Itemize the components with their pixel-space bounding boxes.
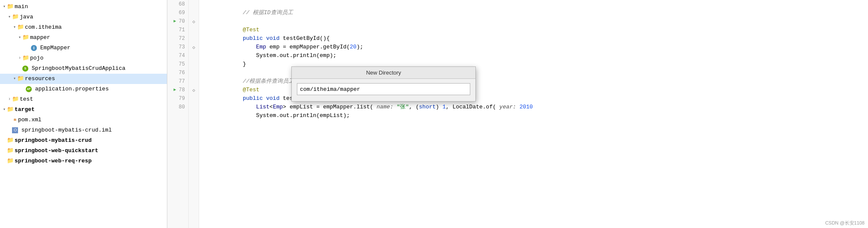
- folder-open-icon-com-itheima: 📁: [17, 24, 24, 31]
- new-directory-dialog: New Directory: [291, 66, 476, 102]
- breakpoint-indicator-70: ◇: [192, 19, 195, 24]
- code-line-69: [203, 9, 868, 17]
- dialog-title-bar: New Directory: [292, 67, 475, 79]
- line-80-text: System.out.println(empList);: [229, 112, 350, 119]
- line-num-72: 72: [167, 34, 188, 43]
- line-num-80: 80: [167, 103, 188, 111]
- line-num-77: 77: [167, 77, 188, 86]
- expand-arrow-pojo: ›: [17, 54, 22, 63]
- gutter-76: [189, 69, 199, 77]
- watermark: CSDN @长安1108: [825, 220, 865, 226]
- gutter-75: [189, 60, 199, 69]
- tree-item-java[interactable]: ▾ 📁 java: [0, 12, 167, 22]
- code-line-68: // 根据ID查询员工: [203, 0, 868, 9]
- gutter-77: [189, 77, 199, 86]
- gutter-69: [189, 9, 199, 17]
- code-line-74: }: [203, 51, 868, 60]
- tree-label-springboot-app: SpringbootMybatisCrudApplica: [32, 64, 125, 73]
- gutter-72: [189, 34, 199, 43]
- expand-arrow-mapper: ▾: [17, 33, 22, 42]
- tree-label-target: target: [15, 105, 35, 114]
- tree-label-java: java: [20, 13, 33, 21]
- expand-arrow-main: ▾: [2, 3, 7, 11]
- dialog-title: New Directory: [366, 69, 401, 76]
- new-directory-input[interactable]: [297, 83, 470, 95]
- folder-open-icon-resources: 📁: [17, 75, 24, 82]
- line-num-71: 71: [167, 26, 188, 34]
- iml-icon: ⬡: [12, 127, 18, 133]
- tree-label-com-itheima: com.itheima: [25, 23, 62, 32]
- tree-label-iml: springboot-mybatis-crud.iml: [21, 126, 112, 135]
- tree-label-application-properties: application.properties: [35, 85, 109, 93]
- tree-item-pom[interactable]: ▾ m pom.xml: [0, 115, 167, 125]
- tree-item-mapper[interactable]: ▾ 📁 mapper: [0, 33, 167, 43]
- folder-bold-icon-swrr: 📁: [7, 158, 14, 165]
- tree-item-resources[interactable]: ▾ 📁 resources: [0, 74, 167, 84]
- line-num-69: 69: [167, 9, 188, 17]
- breakpoint-indicator-78: ◇: [192, 87, 195, 93]
- dialog-body: [292, 79, 475, 101]
- pom-icon: m: [12, 117, 18, 123]
- run-gutter-icon-70[interactable]: ▶: [172, 18, 178, 24]
- expand-arrow-resources: ▾: [12, 75, 17, 83]
- line-num-68: 68: [167, 0, 188, 9]
- run-gutter-icon-78[interactable]: ▶: [172, 87, 178, 93]
- code-line-73: System.out.println(emp);: [203, 43, 868, 51]
- tree-item-springboot-mybatis-crud[interactable]: ▾ 📁 springboot-mybatis-crud: [0, 135, 167, 146]
- code-line-72: Emp emp = empMapper.getById(20);: [203, 34, 868, 43]
- folder-open-icon-target: 📁: [7, 106, 14, 113]
- code-text-area[interactable]: // 根据ID查询员工 @Test public void testGetByI…: [199, 0, 868, 228]
- code-line-80: System.out.println(empList);: [203, 103, 868, 111]
- tree-label-pojo: pojo: [30, 54, 43, 63]
- folder-icon-pojo: 📁: [22, 55, 29, 62]
- watermark-text: CSDN @长安1108: [825, 220, 865, 225]
- breakpoint-indicator-73: ◇: [192, 45, 195, 50]
- interface-icon-empmapper: I: [31, 45, 37, 51]
- tree-label-springboot-web-quickstart: springboot-web-quickstart: [15, 147, 98, 155]
- gutter-71: [189, 26, 199, 34]
- expand-arrow-com-itheima: ▾: [12, 23, 17, 32]
- line-num-79: 79: [167, 94, 188, 103]
- line-num-75: 75: [167, 60, 188, 69]
- tree-item-main[interactable]: ▾ 📁 main: [0, 2, 167, 12]
- tree-item-com-itheima[interactable]: ▾ 📁 com.itheima: [0, 22, 167, 33]
- tree-item-empmapper[interactable]: ▾ I EmpMapper: [0, 43, 167, 53]
- gutter-68: [189, 0, 199, 9]
- line-num-78: ▶ 78: [167, 86, 188, 94]
- properties-icon: AP: [26, 86, 32, 92]
- tree-item-target[interactable]: ▾ 📁 target: [0, 105, 167, 115]
- breakpoints-gutter: ◇ ◇ ◇: [189, 0, 199, 228]
- tree-label-springboot-web-req-resp: springboot-web-req-resp: [15, 157, 91, 165]
- folder-bold-icon-swq: 📁: [7, 147, 14, 154]
- tree-item-pojo[interactable]: › 📁 pojo: [0, 53, 167, 63]
- code-line-70: @Test: [203, 17, 868, 26]
- tree-item-springboot-web-req-resp[interactable]: ▾ 📁 springboot-web-req-resp: [0, 156, 167, 166]
- tree-label-pom: pom.xml: [18, 116, 42, 124]
- folder-open-icon-main: 📁: [7, 3, 14, 10]
- tree-item-springboot-web-quickstart[interactable]: ▾ 📁 springboot-web-quickstart: [0, 146, 167, 156]
- tree-label-mapper: mapper: [30, 33, 50, 42]
- code-line-71: public void testGetById(){: [203, 26, 868, 34]
- line-num-76: 76: [167, 69, 188, 77]
- line-numbers-gutter: 68 69 ▶ 70 71 72 73 74 75 76 77 ▶ 78 79 …: [167, 0, 189, 228]
- tree-label-resources: resources: [25, 75, 55, 83]
- line-num-73: 73: [167, 43, 188, 51]
- line-num-74: 74: [167, 51, 188, 60]
- tree-label-empmapper: EmpMapper: [40, 44, 70, 52]
- gutter-73: ◇: [189, 43, 199, 51]
- folder-icon-test: 📁: [12, 96, 19, 103]
- gutter-78: ◇: [189, 86, 199, 94]
- folder-open-icon-mapper: 📁: [22, 34, 29, 41]
- tree-item-iml[interactable]: ▾ ⬡ springboot-mybatis-crud.iml: [0, 125, 167, 135]
- expand-arrow-test: ›: [7, 95, 12, 104]
- expand-arrow-target: ▾: [2, 105, 7, 114]
- gutter-80: [189, 103, 199, 111]
- tree-item-springboot-app[interactable]: ▾ S SpringbootMybatisCrudApplica: [0, 63, 167, 74]
- code-editor: 68 69 ▶ 70 71 72 73 74 75 76 77 ▶ 78 79 …: [167, 0, 868, 228]
- tree-item-test[interactable]: › 📁 test: [0, 94, 167, 105]
- folder-open-icon-java: 📁: [12, 14, 19, 21]
- gutter-74: [189, 51, 199, 60]
- gutter-70: ◇: [189, 17, 199, 26]
- tree-label-springboot-mybatis-crud: springboot-mybatis-crud: [15, 136, 91, 145]
- tree-item-application-properties[interactable]: ▾ AP application.properties: [0, 84, 167, 94]
